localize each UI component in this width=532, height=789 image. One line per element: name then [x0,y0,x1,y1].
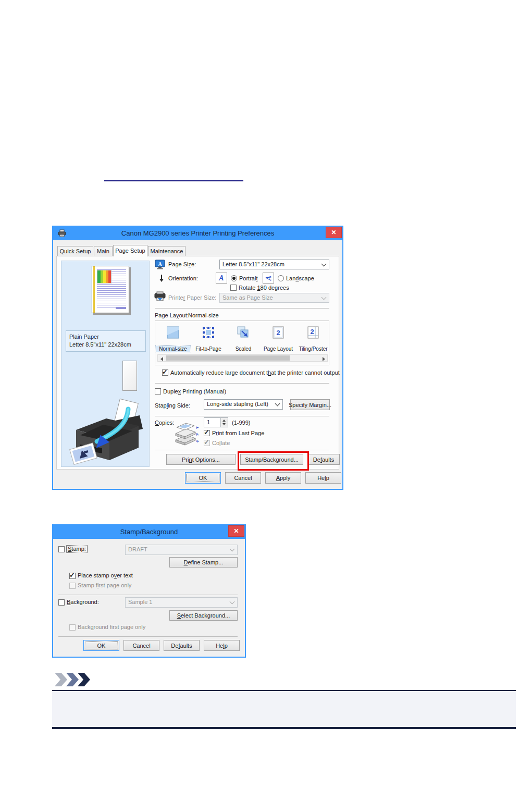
svg-text:A: A [158,261,162,267]
landscape-icon: A [263,273,274,283]
duplex-checkbox[interactable] [155,388,161,394]
background-first-page-label: Background first page only [78,624,145,631]
scrollbar-thumb[interactable] [166,355,290,361]
dialog-titlebar[interactable]: Canon MG2900 series Printer Printing Pre… [53,227,342,240]
layout-option-page-layout[interactable]: 2 Page Layout [261,325,295,342]
svg-text:2: 2 [276,329,280,337]
printing-preferences-dialog: Canon MG2900 series Printer Printing Pre… [52,226,343,490]
background-label: Background: [67,599,99,606]
stamp-label: Stamp: [67,546,87,552]
page-size-label: Page Size: [168,261,196,268]
stamp-select: DRAFT [125,545,238,555]
stapling-side-label: Stapling Side: [155,402,190,409]
page-preview-thumbnail [92,266,129,313]
divider [155,308,329,309]
svg-text:2: 2 [195,433,199,436]
print-last-page-checkbox[interactable] [204,430,210,436]
print-options-button[interactable]: Print Options... [166,454,236,465]
copies-stepper[interactable]: 1 [204,417,228,427]
printer-illustration [67,398,148,465]
chevron-down-icon [321,261,327,266]
copies-stack-icon: 1 2 3 [172,419,199,447]
media-size: Letter 8.5"x11" 22x28cm [69,341,142,349]
auto-reduce-checkbox[interactable] [162,369,168,376]
print-last-page-label: Print from Last Page [212,430,264,437]
ok-button[interactable]: OK [185,472,221,484]
layout-scrollbar[interactable] [157,354,328,362]
stamp-first-page-label: Stamp first page only [78,582,131,589]
paper-sheet-icon [122,361,137,391]
dialog-title: Canon MG2900 series Printer Printing Pre… [74,227,321,240]
scroll-left-icon[interactable] [158,355,166,361]
tiling-poster-icon: 2 [306,325,320,340]
portrait-label: Portrait [239,275,257,282]
chevron-down-icon [275,401,280,406]
spin-up-icon[interactable] [222,420,226,422]
collate-label: Collate [212,440,230,447]
page-layout-label: Page Layout: [155,312,189,319]
stamp-checkbox[interactable] [58,546,65,552]
landscape-radio[interactable] [278,275,284,281]
page-link[interactable] [104,175,243,181]
svg-text:2: 2 [310,328,314,336]
layout-option-normal-size[interactable]: Normal-size [156,325,190,342]
dialog-titlebar[interactable]: Stamp/Background ✕ [53,525,245,539]
note-chevron-1 [55,673,67,686]
portrait-radio[interactable] [231,275,237,281]
note-chevron-2 [66,673,79,686]
tab-page-setup[interactable]: Page Setup [113,245,147,256]
preview-panel: Plain Paper Letter 8.5"x11" 22x28cm [61,261,150,467]
orientation-label: Orientation: [168,275,198,282]
place-stamp-over-text-checkbox[interactable] [69,573,76,579]
close-icon[interactable]: ✕ [228,525,244,537]
place-stamp-over-text-label: Place stamp over text [78,572,133,579]
help-button[interactable]: Help [305,472,341,484]
cancel-button[interactable]: Cancel [123,640,159,651]
note-box [52,690,516,729]
stamp-background-button[interactable]: Stamp/Background... [240,454,303,465]
help-button[interactable]: Help [204,640,240,651]
ok-button[interactable]: OK [83,640,119,651]
page-layout-value: Normal-size [188,312,219,319]
page-size-select[interactable]: Letter 8.5"x11" 22x28cm [219,260,329,269]
stamp-background-dialog: Stamp/Background ✕ Stamp: DRAFT Define S… [52,524,246,658]
chevron-down-icon [230,599,235,605]
media-type: Plain Paper [69,333,142,341]
layout-option-fit-to-page[interactable]: Fit-to-Page [191,325,226,342]
duplex-label: Duplex Printing (Manual) [163,388,226,395]
divider [155,450,329,450]
select-background-button[interactable]: Select Background... [169,610,238,621]
landscape-label: Landscape [286,275,314,282]
stapling-side-select[interactable]: Long-side stapling (Left) [204,399,283,410]
apply-button[interactable]: Apply [265,472,301,484]
page-layout-selector: Normal-size [155,320,329,365]
divider [155,383,329,384]
spinner-buttons[interactable] [220,418,228,427]
background-checkbox[interactable] [58,599,65,606]
layout-option-tiling-poster[interactable]: 2 Tiling/Poster [296,325,330,342]
rotate-180-label: Rotate 180 degrees [239,285,289,291]
close-icon[interactable]: ✕ [326,227,342,238]
defaults-button[interactable]: Defaults [164,640,200,651]
defaults-button[interactable]: Defaults [307,454,340,465]
specify-margin-button[interactable]: Specify Margin... [290,399,330,410]
page-setup-tabpage: Plain Paper Letter 8.5"x11" 22x28cm [56,256,339,470]
tab-maintenance[interactable]: Maintenance [148,246,185,256]
define-stamp-button[interactable]: Define Stamp... [169,557,238,568]
paper-color-image [97,270,112,283]
document-page: Canon MG2900 series Printer Printing Pre… [0,0,532,789]
spin-down-icon[interactable] [222,423,226,425]
collate-checkbox [204,440,210,446]
tab-quick-setup[interactable]: Quick Setup [57,246,93,256]
scroll-right-icon[interactable] [319,355,327,361]
cancel-button[interactable]: Cancel [225,472,261,484]
chevron-down-icon [321,294,327,300]
background-select: Sample 1 [125,597,238,608]
normal-size-icon [166,325,180,340]
page-size-icon: A [155,260,166,270]
tab-main[interactable]: Main [94,246,113,256]
printer-paper-size-select: Same as Page Size [219,293,329,303]
orientation-icon [159,274,164,282]
rotate-180-checkbox[interactable] [230,285,237,291]
layout-option-scaled[interactable]: Scaled [226,325,261,342]
